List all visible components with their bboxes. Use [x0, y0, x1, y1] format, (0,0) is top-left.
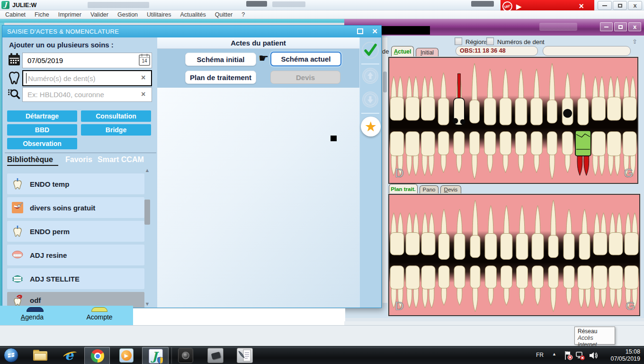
minimize-button[interactable] — [600, 22, 613, 31]
plan-traitement-button[interactable]: Plan de traitement — [185, 71, 256, 84]
blurred-title-text — [539, 23, 577, 31]
close-button[interactable]: x — [628, 22, 641, 31]
move-up-icon[interactable] — [362, 67, 379, 84]
menu-actualites[interactable]: Actualités — [179, 11, 207, 18]
tab-plan-trait[interactable]: Plan trait. — [389, 184, 418, 194]
pointing-hand-icon: ☛ — [259, 52, 269, 65]
julie-bottom-toolbar: Agenda Acompte — [0, 306, 133, 325]
tab-devis[interactable]: Devis — [440, 185, 461, 194]
action-center-flag-icon[interactable] — [564, 350, 573, 361]
date-picker-icon[interactable]: 14 — [139, 55, 150, 66]
act-search-input[interactable] — [22, 87, 152, 102]
clear-search-icon[interactable]: × — [141, 90, 145, 99]
mouth-mirror-icon — [11, 201, 24, 214]
tab-favoris[interactable]: Favoris — [65, 155, 92, 164]
regions-checkbox[interactable] — [455, 37, 462, 45]
tab-bibliotheque[interactable]: Bibliothèque — [7, 155, 53, 164]
menu-help[interactable]: ? — [240, 11, 246, 18]
taskbar-julie-tile[interactable]: J — [142, 347, 169, 364]
taskbar-chrome-tile[interactable] — [84, 347, 110, 364]
scroll-down-icon[interactable]: ▼ — [143, 301, 151, 307]
tooth-number-input[interactable] — [22, 70, 152, 86]
panel-up-arrow-icon[interactable]: ⇧ — [632, 38, 637, 45]
network-tooltip: Réseau Accès Internet — [574, 327, 615, 345]
taskbar-separator — [171, 347, 172, 364]
solde-fragment: de — [382, 48, 389, 55]
menu-valider[interactable]: Valider — [89, 11, 110, 18]
divider — [361, 64, 379, 64]
list-item-adj-resine[interactable]: ADJ resine — [7, 245, 144, 265]
svg-text:G: G — [626, 299, 635, 312]
agenda-button[interactable]: Agenda — [13, 313, 51, 321]
empty-obs-field[interactable] — [543, 46, 631, 56]
dental-chart-actuel[interactable]: DG — [388, 57, 638, 184]
devis-button[interactable]: Devis — [270, 71, 340, 84]
list-item-divers-soins[interactable]: divers soins gratuit — [7, 197, 144, 218]
background-window-strip — [133, 308, 345, 325]
bbd-button[interactable]: BBD — [7, 124, 77, 136]
favorites-star-button[interactable]: ★ — [361, 117, 381, 136]
list-item-endo-temp[interactable]: ENDO temp — [7, 173, 144, 194]
tab-smart-ccam[interactable]: Smart CCAM — [98, 155, 144, 164]
svg-text:G: G — [624, 166, 633, 180]
menu-quitter[interactable]: Quitter — [214, 11, 234, 18]
inner-scrollbar-thumb[interactable] — [383, 72, 387, 92]
speaker-icon[interactable] — [588, 350, 599, 361]
scrollbar-thumb[interactable] — [144, 200, 150, 225]
minimize-button[interactable] — [598, 1, 612, 10]
observation-button[interactable]: Observation — [7, 138, 77, 149]
list-item-label: ENDO temp — [30, 180, 69, 188]
search-icon — [7, 87, 21, 101]
menu-cabinet[interactable]: Cabinet — [4, 11, 27, 18]
window-controls: x — [598, 1, 642, 10]
tooth-icon — [7, 70, 22, 85]
obs-field[interactable]: OBS:11 18 36 48 — [456, 46, 538, 56]
schema-initial-button[interactable]: Schéma initial — [185, 53, 256, 66]
menu-fiche[interactable]: Fiche — [33, 11, 51, 18]
taskbar-imaging-icon[interactable] — [207, 348, 224, 363]
windows-flag-icon — [7, 351, 15, 359]
julie-icon: J — [149, 349, 163, 364]
scroll-up-icon[interactable]: ▲ — [143, 167, 151, 173]
taskbar-explorer-icon[interactable] — [33, 350, 47, 361]
menu-gestion[interactable]: Gestion — [116, 11, 139, 18]
patient-window: x Régions Numéros de dent ⇧ de Actuel In… — [344, 19, 644, 321]
bridge-button[interactable]: Bridge — [81, 124, 151, 136]
maximize-button[interactable] — [614, 22, 627, 31]
dental-chart-plan[interactable]: DG — [388, 194, 640, 316]
dialog-close-icon[interactable]: × — [372, 26, 377, 36]
menu-imprimer[interactable]: Imprimer — [57, 11, 83, 18]
numeros-checkbox[interactable] — [486, 37, 494, 45]
start-button[interactable] — [4, 348, 18, 363]
close-button[interactable]: x — [628, 1, 642, 10]
tooth-pin-icon — [11, 178, 24, 190]
clear-tooth-icon[interactable]: × — [141, 73, 145, 82]
schema-actuel-button[interactable]: Schéma actuel — [270, 52, 341, 66]
redacted-label — [382, 26, 430, 35]
network-status-icon[interactable] — [575, 350, 585, 361]
actes-du-patient-header: Actes du patient — [157, 37, 359, 49]
tab-pano[interactable]: Pano — [420, 185, 438, 194]
detartrage-button[interactable]: Détartrage — [7, 110, 77, 122]
tray-expand-icon[interactable]: ▲ — [552, 352, 556, 356]
acompte-button[interactable]: Acompte — [80, 313, 119, 321]
dialog-maximize-icon[interactable] — [357, 28, 363, 34]
date-input[interactable] — [22, 53, 152, 68]
menu-utilitaires[interactable]: Utilitaires — [145, 11, 172, 18]
list-item-endo-perm[interactable]: ENDO perm — [7, 221, 144, 242]
taskbar-camera-icon[interactable] — [178, 348, 193, 363]
move-down-icon[interactable] — [362, 91, 379, 108]
consultation-button[interactable]: Consultation — [81, 110, 151, 122]
taskbar-ie-icon[interactable]: e — [63, 348, 78, 363]
taskbar-clock[interactable]: 15:08 07/05/2019 — [600, 348, 640, 363]
taskbar-wmp-icon[interactable]: ▶ — [119, 348, 134, 363]
validate-check-icon[interactable] — [361, 41, 380, 60]
tab-actuel[interactable]: Actuel — [391, 46, 414, 57]
tab-initial[interactable]: Initial — [416, 48, 438, 57]
language-indicator[interactable]: FR — [536, 352, 544, 358]
taskbar-document-icon[interactable] — [237, 348, 253, 363]
play-icon[interactable]: ▶ — [516, 2, 522, 11]
list-item-adj-stellite[interactable]: ADJ STELLITE — [7, 268, 144, 289]
maximize-button[interactable] — [613, 1, 627, 10]
inner-scrollbar-track[interactable] — [383, 37, 387, 303]
